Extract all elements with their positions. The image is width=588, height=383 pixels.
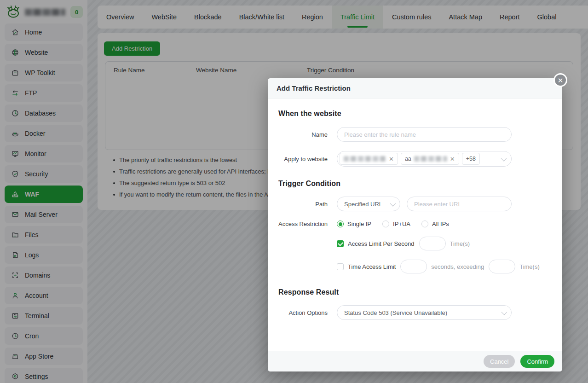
modal-title: Add Traffic Restriction — [268, 78, 562, 99]
remove-tag-icon[interactable]: ✕ — [450, 156, 455, 162]
add-traffic-restriction-modal: ✕ Add Traffic Restriction When the websi… — [268, 78, 562, 371]
radio-label: All IPs — [432, 221, 449, 227]
masked-website-name — [414, 156, 447, 162]
access-limit-value-input[interactable] — [419, 237, 446, 250]
time-access-limit-label: Time Access Limit — [348, 263, 396, 270]
chevron-down-icon — [501, 156, 507, 162]
website-tag-text: aa — [405, 156, 411, 162]
website-multiselect[interactable]: ✕aa✕+58 — [337, 151, 512, 167]
access-restriction-label: Access Restriction — [278, 221, 328, 227]
path-type-select[interactable]: Specified URL — [337, 197, 400, 211]
confirm-button[interactable]: Confirm — [520, 355, 554, 368]
action-options-label: Action Options — [278, 309, 328, 316]
modal-footer: Cancel Confirm — [268, 351, 562, 371]
name-row: Name — [278, 127, 552, 142]
section-when-the-website: When the website — [278, 110, 562, 118]
access-limit-per-second-row: Access Limit Per Second Time(s) — [278, 237, 552, 250]
access-restriction-radios: Single IPIP+UAAll IPs — [337, 221, 460, 227]
chevron-down-icon — [390, 200, 396, 206]
access-limit-checkbox[interactable] — [337, 240, 344, 247]
access-limit-label: Access Limit Per Second — [348, 240, 415, 247]
modal-body: When the website Name Apply to website ✕… — [268, 110, 562, 362]
action-options-value: Status Code 503 (Service Unavailable) — [344, 309, 447, 316]
remove-tag-icon[interactable]: ✕ — [389, 156, 394, 162]
time-access-limit-checkbox[interactable] — [337, 263, 344, 270]
waf-page: 0 HomeWebsiteWP ToolkitFTPDatabasesDocke… — [0, 0, 588, 383]
access-limit-suffix: Time(s) — [450, 240, 470, 247]
rule-name-input[interactable] — [337, 127, 512, 142]
masked-website-name — [344, 156, 386, 162]
time-access-seconds-input[interactable] — [400, 260, 427, 273]
time-access-suffix: Time(s) — [519, 263, 540, 270]
time-access-limit-row: Time Access Limit seconds, exceeding Tim… — [278, 260, 552, 273]
path-row: Path Specified URL — [278, 197, 552, 211]
section-trigger-condition: Trigger Condition — [278, 180, 562, 188]
website-tag-more[interactable]: +58 — [462, 153, 480, 165]
radio-label: Single IP — [347, 221, 371, 227]
radio-circle[interactable] — [382, 221, 389, 227]
time-access-times-input[interactable] — [489, 260, 515, 273]
chevron-down-icon — [502, 309, 507, 315]
website-tag-text: +58 — [466, 156, 476, 162]
website-tag-masked[interactable]: aa✕ — [401, 153, 459, 165]
section-response-result: Response Result — [278, 288, 562, 296]
close-icon[interactable]: ✕ — [553, 73, 567, 87]
cancel-button[interactable]: Cancel — [484, 355, 515, 368]
radio-ip-ua[interactable]: IP+UA — [382, 221, 410, 227]
radio-label: IP+UA — [393, 221, 410, 227]
path-type-value: Specified URL — [344, 201, 382, 208]
action-options-row: Action Options Status Code 503 (Service … — [278, 305, 552, 320]
radio-single-ip[interactable]: Single IP — [337, 221, 371, 227]
name-label: Name — [278, 131, 328, 138]
path-label: Path — [278, 201, 328, 208]
apply-to-website-label: Apply to website — [278, 156, 328, 162]
url-input[interactable] — [407, 197, 512, 211]
action-options-select[interactable]: Status Code 503 (Service Unavailable) — [337, 305, 512, 320]
website-tag-masked[interactable]: ✕ — [340, 153, 398, 165]
radio-circle[interactable] — [337, 221, 344, 227]
time-access-mid-text: seconds, exceeding — [431, 263, 484, 270]
access-restriction-row: Access Restriction Single IPIP+UAAll IPs — [278, 221, 552, 227]
radio-circle[interactable] — [421, 221, 428, 227]
apply-to-website-row: Apply to website ✕aa✕+58 — [278, 151, 552, 167]
radio-all-ips[interactable]: All IPs — [421, 221, 449, 227]
